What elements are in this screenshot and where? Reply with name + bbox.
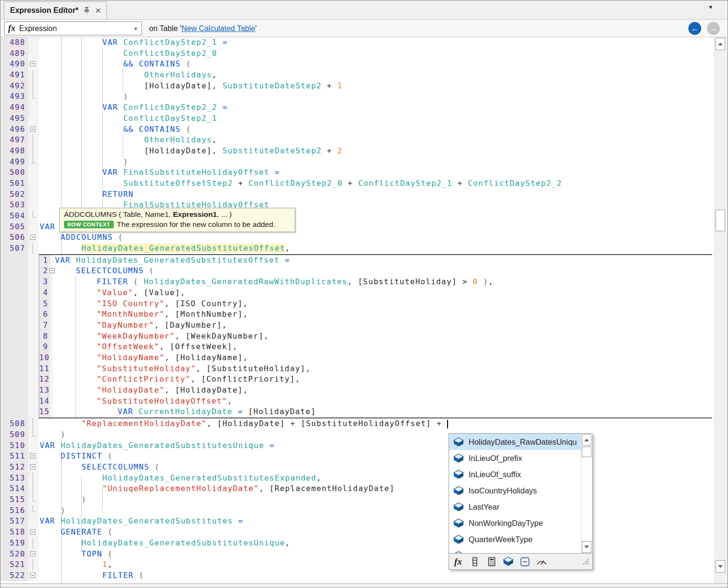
line-number[interactable]: 497 [0, 135, 28, 146]
code-line[interactable]: 506 ADDCOLUMNS ( [0, 232, 714, 243]
code-text[interactable]: 1, [39, 559, 714, 570]
line-number[interactable]: 514 [0, 483, 28, 494]
code-text[interactable]: VAR HolidayDates_GeneratedSubstitutesOff… [53, 255, 712, 266]
line-number[interactable]: 506 [0, 232, 28, 243]
line-number[interactable]: 10 [39, 353, 50, 363]
line-number[interactable]: 5 [39, 299, 50, 310]
window-menu-caret-icon[interactable]: ▾ [709, 3, 712, 11]
code-line[interactable]: 489 ConflictDayStep2_0 [0, 48, 714, 59]
scroll-up-button[interactable] [716, 38, 725, 50]
code-text[interactable]: FILTER ( [39, 570, 714, 581]
table-link[interactable]: New Calculated Table [182, 24, 255, 33]
code-text[interactable]: "SubstituteHoliday", [SubstituteHoliday]… [53, 363, 712, 374]
code-line[interactable]: 2 SELECTCOLUMNS ( [39, 266, 712, 277]
code-text[interactable]: VAR HolidayDates_GeneratedSubstitutes = [39, 516, 714, 527]
code-line[interactable]: 510VAR HolidayDates_GeneratedSubstitutes… [0, 440, 714, 451]
fold-collapse-icon[interactable] [28, 451, 39, 462]
peek-definition-window[interactable]: 1VAR HolidayDates_GeneratedSubstitutesOf… [39, 254, 712, 419]
code-text[interactable]: ) [39, 494, 714, 505]
line-number[interactable]: 500 [0, 167, 28, 178]
code-text[interactable]: "HolidayName", [HolidayName], [53, 353, 712, 363]
code-line[interactable]: 512 SELECTCOLUMNS ( [0, 462, 714, 473]
code-line[interactable]: 490 && CONTAINS ( [0, 59, 714, 70]
line-number[interactable]: 496 [0, 124, 28, 135]
code-text[interactable]: SELECTCOLUMNS ( [39, 462, 714, 473]
code-text[interactable]: SubstituteOffsetStep2 + ConflictDayStep2… [39, 178, 714, 189]
fold-collapse-icon[interactable] [28, 232, 39, 243]
code-text[interactable]: && CONTAINS ( [39, 59, 714, 70]
line-number[interactable]: 505 [0, 222, 28, 233]
code-text[interactable]: VAR HolidayDates_GeneratedSubstitutesUni… [39, 440, 714, 451]
code-line[interactable]: 495 ConflictDayStep2_1 [0, 113, 714, 124]
fold-collapse-icon[interactable] [28, 59, 39, 70]
code-text[interactable]: ADDCOLUMNS ( [39, 232, 714, 243]
autocomplete-item[interactable]: InLieuOf_prefix [449, 450, 592, 466]
code-text[interactable]: ) [39, 91, 714, 102]
line-number[interactable]: 501 [0, 178, 28, 189]
code-text[interactable]: "SubstituteHolidayOffset", [53, 396, 712, 407]
line-number[interactable]: 512 [0, 462, 28, 473]
code-line[interactable]: 522 FILTER ( [0, 570, 714, 581]
scroll-down-button[interactable] [582, 541, 591, 553]
line-number[interactable]: 521 [0, 559, 28, 570]
code-text[interactable]: "OffsetWeek", [OffsetWeek], [53, 342, 712, 353]
line-number[interactable]: 519 [0, 538, 28, 549]
scroll-thumb[interactable] [716, 210, 725, 231]
code-line[interactable]: 500 VAR FinalSubstituteHolidayOffset = [0, 167, 714, 178]
code-text[interactable]: VAR CurrentHolidayDate = [HolidayDate] [53, 406, 712, 417]
code-line[interactable]: 521 1, [0, 559, 714, 570]
code-text[interactable]: "ReplacementHolidayDate", [HolidayDate] … [39, 418, 714, 429]
close-icon[interactable]: × [95, 7, 101, 14]
fold-collapse-icon[interactable] [28, 124, 39, 135]
code-line[interactable]: 4 "Value", [Value], [39, 288, 712, 299]
line-number[interactable]: 508 [0, 418, 28, 429]
line-number[interactable]: 510 [0, 440, 28, 451]
kpi-filter-button[interactable] [536, 556, 547, 567]
resize-grip[interactable] [582, 558, 589, 567]
line-number[interactable]: 515 [0, 494, 28, 505]
line-number[interactable]: 504 [0, 211, 28, 222]
line-number[interactable]: 492 [0, 81, 28, 92]
autocomplete-item[interactable]: InLieuOf_suffix [449, 466, 592, 482]
code-text[interactable]: "MonthNumber", [MonthNumber], [53, 309, 712, 320]
code-text[interactable]: "ISO Country", [ISO Country], [53, 299, 712, 310]
code-line[interactable]: 12 "ConflictPriority", [ConflictPriority… [39, 374, 712, 385]
code-line[interactable]: 6 "MonthNumber", [MonthNumber], [39, 309, 712, 320]
line-number[interactable]: 11 [39, 363, 50, 374]
fold-collapse-icon[interactable] [28, 549, 39, 560]
code-text[interactable]: [HolidayDate], SubstituteDateStep2 + 2 [39, 146, 714, 157]
code-text[interactable]: ) [39, 505, 714, 516]
line-number[interactable]: 493 [0, 91, 28, 102]
code-text[interactable]: VAR ConflictDayStep2_2 = [39, 102, 714, 113]
line-number[interactable]: 15 [39, 406, 50, 417]
code-text[interactable]: VAR ConflictDayStep2_1 = [39, 37, 714, 48]
line-number[interactable]: 14 [39, 396, 50, 407]
code-text[interactable]: "HolidayDate", [HolidayDate], [53, 385, 712, 396]
line-number[interactable]: 494 [0, 102, 28, 113]
fold-collapse-icon[interactable] [50, 266, 53, 277]
line-number[interactable]: 511 [0, 451, 28, 462]
line-number[interactable]: 503 [0, 200, 28, 211]
code-text[interactable]: HolidayDates_GeneratedSubstitutesOffset, [39, 243, 714, 254]
autocomplete-scrollbar[interactable] [581, 434, 592, 553]
code-line[interactable]: 520 TOPN ( [0, 549, 714, 560]
fold-collapse-icon[interactable] [28, 570, 39, 581]
line-number[interactable]: 522 [0, 570, 28, 581]
code-line[interactable]: 497 OtherHolidays, [0, 135, 714, 146]
back-button[interactable]: ← [688, 22, 701, 35]
line-number[interactable]: 12 [39, 374, 50, 385]
code-text[interactable]: OtherHolidays, [39, 135, 714, 146]
line-number[interactable]: 513 [0, 473, 28, 484]
fold-collapse-icon[interactable] [28, 527, 39, 538]
window-tab[interactable]: Expression Editor* × [4, 1, 107, 19]
code-line[interactable]: 498 [HolidayDate], SubstituteDateStep2 +… [0, 146, 714, 157]
autocomplete-item[interactable]: NonWorkingDayType [449, 515, 592, 531]
code-line[interactable]: 516 ) [0, 505, 714, 516]
columns-filter-button[interactable] [470, 556, 480, 567]
code-line[interactable]: 488 VAR ConflictDayStep2_1 = [0, 37, 714, 48]
code-line[interactable]: 493 ) [0, 91, 714, 102]
code-line[interactable]: 14 "SubstituteHolidayOffset", [39, 396, 712, 407]
line-number[interactable]: 507 [0, 243, 28, 254]
code-text[interactable]: RETURN [39, 189, 714, 200]
scroll-thumb[interactable] [582, 447, 591, 457]
